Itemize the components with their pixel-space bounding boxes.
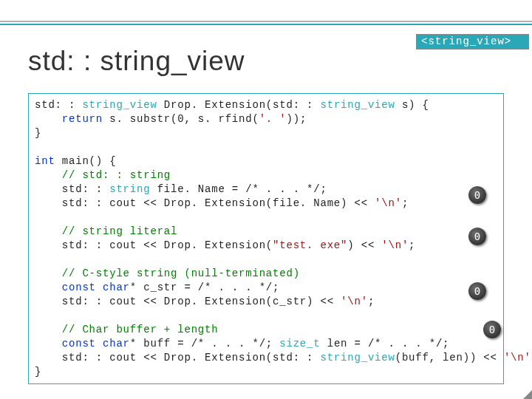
code-line: } bbox=[35, 366, 41, 378]
code-line: } bbox=[35, 127, 41, 139]
code-line: return s. substr(0, s. rfind('. ')); bbox=[35, 113, 307, 125]
header-tag: <string_view> bbox=[416, 34, 529, 50]
allocation-badge-1: 0 bbox=[468, 186, 486, 204]
page-title: std: : string_view bbox=[28, 46, 245, 77]
allocation-badge-2: 0 bbox=[468, 228, 486, 245]
allocation-badge-3: 0 bbox=[468, 282, 486, 300]
code-line: std: : cout << Drop. Extension(std: : st… bbox=[35, 352, 532, 364]
code-line: std: : string file. Name = /* . . . */; bbox=[35, 183, 327, 195]
code-line: // Char buffer + length bbox=[35, 324, 218, 335]
code-line: // std: : string bbox=[35, 169, 171, 181]
code-block: std: : string_view Drop. Extension(std: … bbox=[28, 93, 504, 384]
code-line: // C-style string (null-terminated) bbox=[35, 267, 300, 279]
code-line: // string literal bbox=[35, 225, 177, 237]
code-line: std: : string_view Drop. Extension(std: … bbox=[35, 99, 429, 111]
top-divider bbox=[0, 21, 532, 25]
code-line: int main() { bbox=[35, 155, 116, 167]
code-line: const char* buff = /* . . . */; size_t l… bbox=[35, 338, 449, 349]
code-line: const char* c_str = /* . . . */; bbox=[35, 282, 279, 293]
code-line: std: : cout << Drop. Extension("test. ex… bbox=[35, 239, 415, 251]
code-line: std: : cout << Drop. Extension(file. Nam… bbox=[35, 197, 409, 209]
allocation-badge-4: 0 bbox=[483, 321, 501, 338]
code-line: std: : cout << Drop. Extension(c_str) <<… bbox=[35, 296, 375, 307]
resize-handle-icon bbox=[523, 390, 532, 399]
